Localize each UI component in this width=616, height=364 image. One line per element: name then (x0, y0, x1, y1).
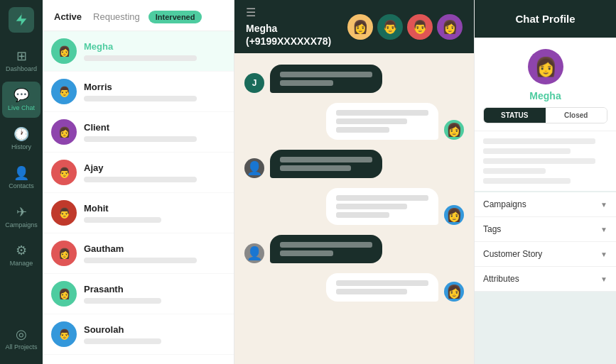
hamburger-menu[interactable]: ☰ (246, 6, 256, 18)
sidebar-item-history[interactable]: 🕐 History (2, 121, 40, 157)
accordion-campaigns[interactable]: Campaigns ▼ (475, 192, 616, 217)
sidebar-logo[interactable] (9, 7, 34, 33)
profile-avatar: 👩 (528, 49, 563, 84)
top-avatar-2: 👨 (377, 14, 403, 40)
sidebar-item-label: History (11, 144, 31, 151)
contact-preview (84, 338, 161, 344)
contact-info: Client (84, 122, 225, 142)
contact-preview (84, 177, 197, 182)
accordion-attributes[interactable]: Attributes ▼ (475, 267, 616, 292)
message-avatar: 👩 (444, 120, 464, 140)
contact-name: Prasanth (84, 284, 225, 294)
contact-name: Client (84, 122, 225, 133)
message-line (280, 80, 333, 86)
sidebar-item-all-projects[interactable]: ◎ All Projects (2, 321, 40, 357)
accordion-tags[interactable]: Tags ▼ (475, 217, 616, 242)
message-avatar: 👤 (244, 243, 264, 263)
chat-profile-header: Chat Profile (475, 0, 616, 38)
message-row: 👩 (244, 103, 464, 140)
status-value[interactable]: Closed (546, 108, 607, 123)
tab-active[interactable]: Active (51, 10, 85, 23)
contact-preview (84, 258, 197, 263)
message-row: 👤 (244, 235, 464, 263)
chevron-down-icon: ▼ (600, 250, 607, 258)
top-avatar-1: 👩 (347, 14, 373, 40)
contact-item[interactable]: 👨 Mohit (43, 193, 234, 233)
history-icon: 🕐 (13, 126, 29, 142)
message-line (336, 289, 407, 294)
sidebar-item-campaigns[interactable]: ✈ Campaigns (2, 199, 40, 235)
contact-avatar: 👩 (51, 281, 77, 307)
contact-item[interactable]: 👩 Client (43, 112, 234, 153)
message-bubble (270, 150, 382, 178)
chat-title: Megha (+9199XXXXXX78) (246, 23, 331, 47)
contact-item[interactable]: 👩 Prasanth (43, 274, 234, 314)
sidebar-item-label: Manage (10, 260, 33, 268)
message-line (336, 212, 389, 218)
sidebar-item-live-chat[interactable]: 💬 Live Chat (2, 82, 40, 118)
message-bubble (326, 103, 438, 140)
message-line (280, 72, 372, 77)
contact-avatar: 👩 (51, 241, 77, 266)
contact-avatar: 👩 (51, 38, 77, 64)
info-line (483, 158, 595, 164)
sidebar-item-manage[interactable]: ⚙ Manage (2, 237, 40, 273)
chat-messages: J 👩 👤 (234, 53, 474, 364)
chat-profile-title: Chat Profile (515, 13, 575, 25)
message-bubble (270, 235, 382, 263)
chevron-down-icon: ▼ (600, 201, 607, 209)
contact-preview (84, 96, 197, 101)
accordion-customer-story[interactable]: Customer Story ▼ (475, 242, 616, 267)
contact-item[interactable]: 👨 Sourolah (43, 314, 234, 355)
contact-item[interactable]: 👩 Gautham (43, 233, 234, 274)
contact-item[interactable]: 👩 Megha (43, 31, 234, 72)
tab-intervened[interactable]: Intervened (148, 11, 202, 23)
info-line (483, 138, 595, 144)
message-avatar: 👤 (244, 158, 264, 178)
message-line (336, 195, 428, 201)
message-line (336, 118, 407, 124)
message-line (336, 110, 428, 116)
sidebar-item-label: Campaigns (5, 222, 38, 229)
contact-name: Sourolah (84, 324, 225, 335)
profile-scroll-area: Campaigns ▼ Tags ▼ Customer Story ▼ Attr… (475, 191, 616, 364)
status-label[interactable]: STATUS (484, 108, 546, 123)
contact-info: Sourolah (84, 324, 225, 344)
message-row: J (244, 65, 464, 93)
accordion-label: Attributes (483, 274, 519, 284)
profile-info-lines (475, 131, 616, 191)
contact-name: Megha (84, 41, 225, 52)
chevron-down-icon: ▼ (600, 275, 607, 283)
dashboard-icon: ⊞ (16, 48, 27, 64)
contact-name: Gautham (84, 243, 225, 254)
contact-info: Morris (84, 82, 225, 101)
tab-requesting[interactable]: Requesting (90, 10, 143, 23)
profile-name: Megha (529, 90, 561, 101)
right-panel: Chat Profile 👩 Megha STATUS Closed Campa… (474, 0, 616, 364)
chevron-down-icon: ▼ (600, 226, 607, 233)
chat-top-avatars: 👩 👨 👨 👩 (347, 9, 463, 45)
contact-list-items: 👩 Megha 👨 Morris 👩 Client 👨 Ajay 👨 Mohit… (43, 31, 234, 355)
sidebar-item-label: Dashboard (6, 66, 37, 73)
message-line (280, 165, 351, 171)
contact-info: Ajay (84, 162, 225, 182)
message-bubble (270, 65, 382, 93)
profile-section: 👩 Megha STATUS Closed (475, 38, 616, 131)
sidebar: ⊞ Dashboard 💬 Live Chat 🕐 History 👤 Cont… (0, 0, 43, 364)
contact-avatar: 👨 (51, 79, 77, 104)
message-bubble (326, 188, 438, 225)
contact-info: Prasanth (84, 284, 225, 304)
chat-area: ☰ Megha (+9199XXXXXX78) 👩 👨 👨 👩 J (234, 0, 474, 364)
contact-preview (84, 55, 197, 61)
contact-item[interactable]: 👨 Ajay (43, 153, 234, 193)
profile-status-row: STATUS Closed (483, 107, 607, 123)
message-line (280, 250, 333, 256)
accordion: Campaigns ▼ Tags ▼ Customer Story ▼ Attr… (475, 192, 616, 292)
contact-avatar: 👨 (51, 321, 77, 347)
info-line (483, 168, 546, 174)
sidebar-item-contacts[interactable]: 👤 Contacts (2, 160, 40, 196)
info-line (483, 178, 571, 184)
sidebar-item-dashboard[interactable]: ⊞ Dashboard (2, 43, 40, 79)
accordion-label: Tags (483, 224, 501, 234)
contact-item[interactable]: 👨 Morris (43, 72, 234, 112)
